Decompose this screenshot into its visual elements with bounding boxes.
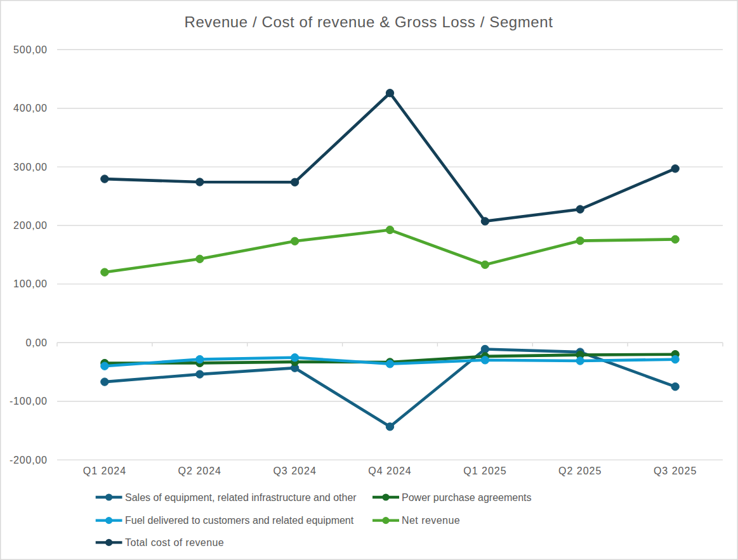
- svg-text:Q1 2025: Q1 2025: [463, 466, 506, 476]
- svg-text:Sales of equipment, related in: Sales of equipment, related infrastructu…: [125, 492, 357, 503]
- svg-text:Total cost of revenue: Total cost of revenue: [125, 537, 224, 548]
- svg-text:200,00: 200,00: [13, 220, 48, 231]
- svg-text:Net revenue: Net revenue: [402, 515, 460, 526]
- svg-text:Q1 2024: Q1 2024: [83, 466, 126, 476]
- svg-text:-100,00: -100,00: [10, 396, 48, 407]
- svg-text:Revenue / Cost of revenue & Gr: Revenue / Cost of revenue & Gross Loss /…: [184, 13, 553, 30]
- svg-text:100,00: 100,00: [13, 278, 48, 289]
- svg-text:Power purchase agreements: Power purchase agreements: [402, 492, 532, 503]
- svg-text:Fuel delivered to customers an: Fuel delivered to customers and related …: [125, 515, 354, 526]
- svg-text:Q3 2025: Q3 2025: [654, 466, 697, 476]
- svg-text:-200,00: -200,00: [10, 455, 48, 466]
- svg-text:Q4 2024: Q4 2024: [368, 466, 411, 476]
- svg-text:500,00: 500,00: [13, 44, 48, 55]
- svg-text:Q2 2025: Q2 2025: [558, 466, 602, 476]
- svg-text:400,00: 400,00: [13, 103, 48, 114]
- svg-text:Q2 2024: Q2 2024: [178, 466, 221, 476]
- svg-text:Q3 2024: Q3 2024: [273, 466, 316, 476]
- svg-text:0,00: 0,00: [25, 337, 47, 348]
- svg-text:300,00: 300,00: [13, 162, 48, 173]
